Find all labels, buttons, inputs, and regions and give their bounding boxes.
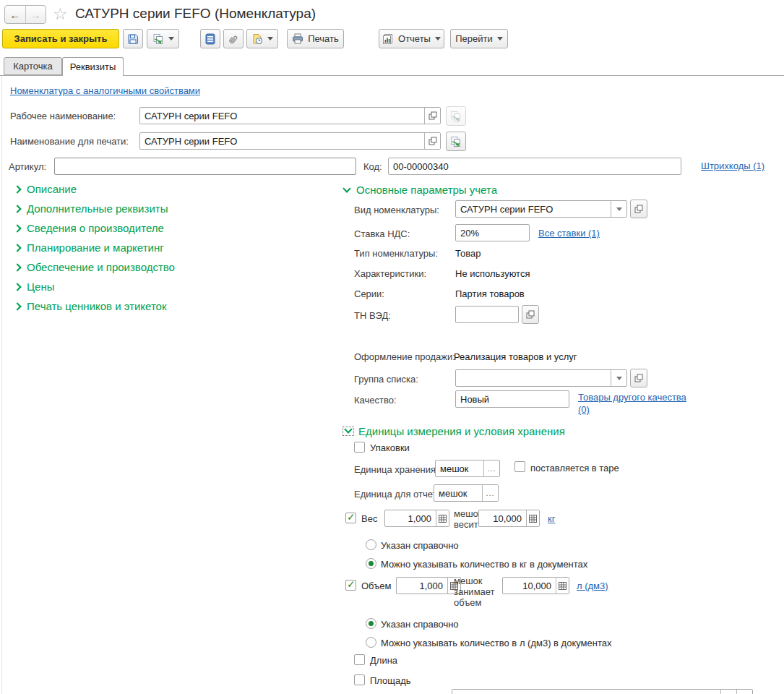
tab-card[interactable]: Карточка — [4, 57, 62, 75]
favorites-star-icon[interactable]: ☆ — [53, 4, 68, 24]
bottom-cutoff-open-button[interactable] — [736, 690, 752, 694]
characteristics-value: Не используются — [455, 268, 530, 279]
weight-in-documents-radio[interactable] — [366, 558, 376, 569]
section-main-parameters[interactable]: Основные параметры учета — [344, 184, 497, 196]
length-checkbox-label[interactable]: Длина — [370, 655, 397, 666]
structure-button[interactable] — [200, 29, 220, 48]
storage-unit-input[interactable]: мешок ... — [435, 460, 500, 477]
list-group-combobox[interactable] — [455, 369, 627, 387]
tnved-open-button[interactable] — [522, 305, 539, 324]
forward-button[interactable]: → — [26, 6, 46, 23]
print-button-label: Печать — [308, 33, 339, 44]
reports-dropdown-caret-icon — [435, 37, 441, 40]
copy-button[interactable] — [147, 29, 179, 48]
other-quality-goods-link[interactable]: Товары другого качества (0) — [578, 391, 697, 416]
working-name-input[interactable]: САТУРН серии FEFO — [139, 107, 441, 124]
save-and-close-button[interactable]: Записать и закрыть — [2, 29, 119, 48]
type-value: Товар — [455, 248, 481, 259]
copy-name-icon — [450, 111, 462, 122]
series-value: Партия товаров — [455, 288, 525, 299]
chevron-down-icon — [343, 184, 350, 192]
vat-input[interactable]: 20% — [455, 224, 530, 241]
copy-working-name-button[interactable] — [446, 106, 466, 126]
quality-input[interactable]: Новый — [455, 390, 569, 408]
volume-reference-radio-label[interactable]: Указан справочно — [381, 619, 459, 630]
kind-open-button[interactable] — [630, 200, 647, 218]
calculator-icon — [529, 515, 537, 523]
similar-nomenclature-link[interactable]: Номенклатура с аналогичными свойствами — [10, 85, 200, 96]
area-checkbox-label[interactable]: Площадь — [370, 675, 411, 686]
section-price-tags-labels[interactable]: Печать ценников и этикеток — [14, 300, 167, 312]
liters-unit-link[interactable]: л (дм3) — [577, 581, 608, 591]
storage-unit-select-button[interactable]: ... — [483, 460, 499, 476]
packages-checkbox-label[interactable]: Упаковки — [370, 442, 410, 453]
type-label: Тип номенклатуры: — [354, 248, 438, 259]
weight-reference-radio-label[interactable]: Указан справочно — [381, 540, 459, 551]
weight-checkbox-label[interactable]: Вес — [361, 513, 377, 524]
open-icon — [428, 111, 437, 120]
attachments-button[interactable] — [223, 29, 244, 48]
length-checkbox[interactable] — [354, 654, 365, 665]
article-input[interactable] — [54, 158, 356, 175]
copy-print-name-button[interactable] — [446, 132, 466, 151]
section-description[interactable]: Описание — [14, 183, 77, 195]
print-name-input[interactable]: САТУРН серии FEFO — [139, 132, 441, 150]
all-vat-rates-link[interactable]: Все ставки (1) — [538, 228, 600, 239]
bottom-cutoff-dropdown-button[interactable] — [720, 690, 736, 694]
change-history-button[interactable] — [246, 29, 278, 48]
history-nav-group: ← → — [4, 5, 46, 24]
weight-checkbox[interactable] — [345, 513, 356, 523]
barcodes-link[interactable]: Штрихкоды (1) — [701, 160, 764, 171]
code-input[interactable]: 00-00000340 — [388, 158, 681, 175]
volume-value-input[interactable]: 10,000 — [502, 577, 569, 594]
list-group-dropdown-button[interactable] — [611, 370, 626, 386]
chevron-right-icon — [13, 224, 21, 232]
kind-combobox[interactable]: САТУРН серии FEFO — [455, 200, 627, 218]
calculator-icon — [439, 515, 447, 523]
tnved-input[interactable] — [455, 306, 519, 323]
weight-in-documents-radio-label[interactable]: Можно указывать количество в кг в докуме… — [381, 559, 587, 570]
section-prices[interactable]: Цены — [14, 280, 55, 293]
back-button[interactable]: ← — [5, 6, 26, 23]
section-units-storage[interactable]: Единицы измерения и условия хранения — [343, 425, 565, 437]
section-supply-production[interactable]: Обеспечение и производство — [14, 261, 175, 273]
vat-label: Ставка НДС: — [354, 228, 410, 239]
packages-checkbox[interactable] — [354, 442, 365, 453]
section-additional-attributes[interactable]: Дополнительные реквизиты — [14, 202, 168, 215]
weight-reference-radio[interactable] — [366, 539, 376, 550]
volume-checkbox[interactable] — [345, 580, 356, 591]
kg-unit-link[interactable]: кг — [548, 513, 555, 524]
quality-label: Качество: — [354, 395, 397, 406]
weight-value-input[interactable]: 10,000 — [478, 510, 540, 527]
list-group-open-button[interactable] — [630, 369, 647, 387]
section-manufacturer-info[interactable]: Сведения о производителе — [14, 222, 164, 234]
volume-coefficient-input[interactable]: 1,000 — [396, 577, 461, 594]
working-name-open-button[interactable] — [424, 108, 440, 124]
article-label: Артикул: — [9, 161, 46, 172]
kind-dropdown-button[interactable] — [611, 201, 626, 217]
goto-button-label: Перейти — [455, 33, 493, 44]
volume-checkbox-label[interactable]: Объем — [361, 581, 391, 591]
area-checkbox[interactable] — [354, 674, 365, 685]
section-planning-marketing[interactable]: Планирование и маркетинг — [14, 241, 164, 254]
copy-name-icon — [450, 136, 462, 147]
print-name-open-button[interactable] — [424, 133, 440, 149]
volume-reference-radio[interactable] — [366, 618, 376, 629]
tab-details[interactable]: Реквизиты — [62, 57, 124, 76]
weight-calculator-button[interactable] — [436, 510, 449, 526]
volume-in-documents-radio-label[interactable]: Можно указывать количество в л (дм3) в д… — [381, 638, 612, 648]
tare-checkbox[interactable] — [514, 461, 525, 472]
reports-button[interactable]: Отчеты — [379, 29, 444, 48]
tare-checkbox-label[interactable]: поставляется в таре — [530, 463, 619, 474]
weight-value-calculator-button[interactable] — [526, 510, 539, 526]
list-icon — [205, 33, 215, 45]
report-unit-select-button[interactable]: ... — [482, 485, 498, 501]
weight-coefficient-input[interactable]: 1,000 — [384, 510, 449, 527]
save-button[interactable] — [123, 29, 143, 48]
print-button[interactable]: Печать — [287, 29, 344, 48]
volume-in-documents-radio[interactable] — [366, 637, 376, 648]
volume-value-calculator-button[interactable] — [556, 578, 569, 594]
report-unit-input[interactable]: мешок ... — [434, 484, 499, 502]
goto-button[interactable]: Перейти — [450, 29, 508, 48]
bottom-cutoff-input[interactable] — [452, 689, 753, 694]
